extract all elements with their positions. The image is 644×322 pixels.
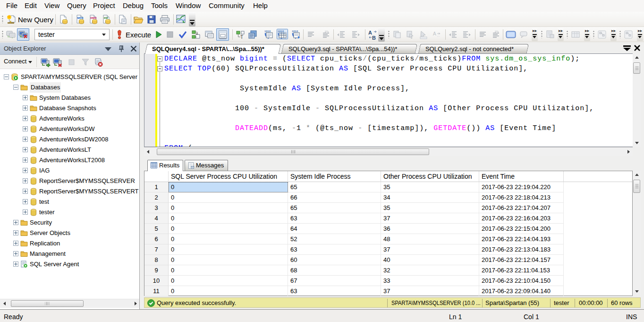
svg-text:T: T: [240, 35, 243, 40]
svg-text:1010: 1010: [278, 30, 284, 33]
svg-text:B: B: [372, 35, 376, 41]
svg-text:1010: 1010: [264, 30, 271, 33]
svg-text:A: A: [433, 31, 436, 36]
svg-text:XM: XM: [104, 17, 108, 19]
svg-text:A: A: [368, 30, 372, 35]
svg-text:DMX: DMX: [91, 17, 97, 19]
svg-text:1010: 1010: [292, 30, 298, 33]
svg-text:MDX: MDX: [77, 17, 84, 19]
